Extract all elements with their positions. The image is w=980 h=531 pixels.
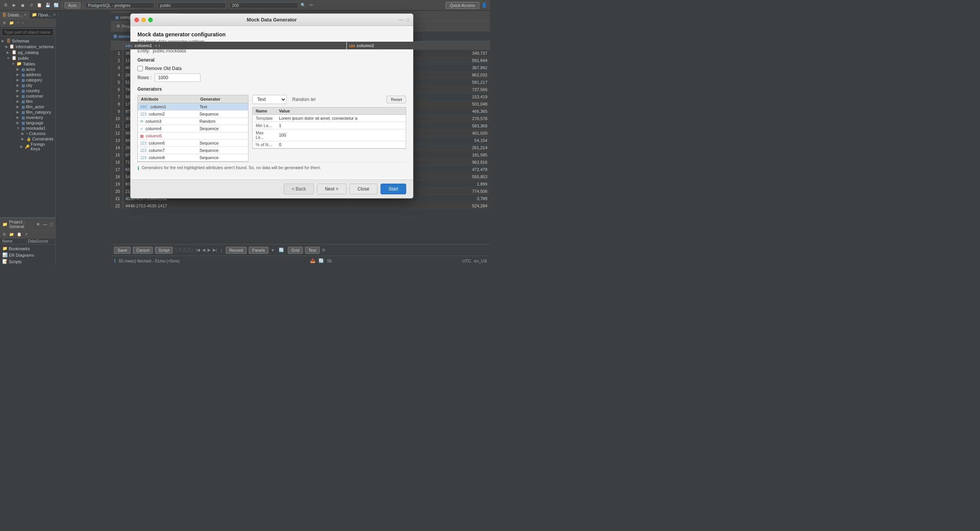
tree-item-columns[interactable]: ▶ • Columns — [0, 131, 55, 136]
toolbar-icon-2[interactable]: ▶ — [11, 2, 18, 9]
gen-table-row[interactable]: ▦ column5 — [138, 132, 248, 140]
tree-item-film-category[interactable]: ▶ ▦ film_category — [0, 109, 55, 115]
tree-item-film-actor[interactable]: ▶ ▦ film_actor — [0, 104, 55, 109]
info-text: Generators for the red highlighted attri… — [142, 165, 321, 170]
tree-item-city[interactable]: ▶ ▦ city — [0, 83, 55, 88]
panel-tab-database[interactable]: 🗄 Datab... ✕ — [0, 11, 29, 19]
modal-maximize-btn[interactable]: □ — [407, 17, 409, 23]
tree-item-customer[interactable]: ▶ ▦ customer — [0, 93, 55, 99]
nav-first-icon[interactable]: |◀ — [196, 248, 200, 252]
toolbar-icon-10[interactable]: 👤 — [481, 2, 488, 9]
start-button[interactable]: Start — [381, 184, 406, 194]
project-close-icon[interactable]: ✕ — [36, 222, 40, 227]
tree-item-pg-catalog[interactable]: ▶ 📋 pg_catalog — [0, 49, 55, 55]
status-refresh-icon[interactable]: 🔄 — [318, 258, 324, 263]
rows-input[interactable] — [155, 73, 201, 82]
panel-refresh-btn[interactable]: 📁 — [8, 20, 15, 25]
text-button[interactable]: Text — [305, 247, 320, 254]
toolbar-icon-8[interactable]: 🔍 — [300, 2, 307, 9]
panel-filter-btn[interactable]: ↑ — [16, 20, 20, 25]
back-button[interactable]: < Back — [284, 184, 314, 194]
tree-item-address[interactable]: ▶ ▦ address — [0, 72, 55, 77]
tree-item-actor[interactable]: ▶ ▦ actor — [0, 67, 55, 72]
cancel-button[interactable]: Cancel — [133, 247, 153, 254]
tree-item-info-schema[interactable]: ▶ 📋 information_schema — [0, 44, 55, 49]
col1-sort-icon[interactable]: ▼ ℹ — [154, 44, 160, 48]
grid-button[interactable]: Grid — [288, 247, 303, 254]
project-toolbar-settings[interactable]: ⚙ — [2, 232, 7, 237]
next-button[interactable]: Next > — [317, 184, 346, 194]
col-header-column1[interactable]: ABC column1 ▼ ℹ — [123, 42, 347, 50]
gen-table-row[interactable]: ⟳ column3 Random — [138, 118, 248, 125]
gen-reset-button[interactable]: Reset — [387, 96, 406, 103]
more-icon[interactable]: ⊞ — [322, 248, 325, 252]
toolbar-icon-5[interactable]: 📋 — [36, 2, 43, 9]
script-button[interactable]: Script — [155, 247, 173, 254]
tree-item-inventory[interactable]: ▶ ▦ inventory — [0, 115, 55, 120]
refresh-icon[interactable]: 🔄 — [279, 248, 284, 252]
nav-prev-icon[interactable]: ◀ — [202, 248, 205, 252]
toolbar-icon-3[interactable]: ⏹ — [19, 2, 26, 9]
traffic-light-minimize[interactable] — [141, 18, 146, 22]
panel-settings-btn[interactable]: ↕ — [21, 20, 25, 25]
close-tab-icon[interactable]: ✕ — [24, 13, 27, 17]
tree-item-film[interactable]: ▶ ▦ film — [0, 99, 55, 104]
nav-sep: | — [221, 248, 222, 252]
close-project-icon[interactable]: ✕ — [53, 13, 56, 17]
project-expand-icon[interactable]: □ — [50, 222, 53, 226]
project-toolbar-export[interactable]: ↗ — [23, 232, 29, 237]
project-item-scripts[interactable]: 📝 Scripts — [0, 258, 55, 265]
traffic-light-close[interactable] — [134, 18, 139, 22]
tree-item-mockada1[interactable]: ▼ ▦ mockada1 — [0, 125, 55, 131]
nav-last-icon[interactable]: ▶| — [213, 248, 217, 252]
row-num: 14 — [111, 144, 123, 151]
tree-item-public[interactable]: ▼ 📋 public — [0, 55, 55, 61]
tree-item-schemas[interactable]: ▶ 🗄 Schemas — [0, 38, 55, 44]
icon-film: ▦ — [21, 99, 25, 104]
close-button[interactable]: Close — [350, 184, 377, 194]
tree-filter-input[interactable] — [2, 28, 54, 36]
row-num: 11 — [111, 122, 123, 130]
gen-prop-name: % of N... — [253, 141, 276, 148]
panels-arrow-icon[interactable]: ▼ — [271, 248, 275, 252]
project-minimize-icon[interactable]: — — [43, 222, 47, 226]
panel-tab-project[interactable]: 📁 Прое... ✕ — [29, 11, 59, 19]
modal-minimize-btn[interactable]: — — [399, 17, 403, 23]
project-item-er-diagrams[interactable]: 📊 ER Diagrams — [0, 252, 55, 258]
gen-table-row[interactable]: ✓ column4 Sequence — [138, 125, 248, 132]
tree-item-language[interactable]: ▶ ▦ language — [0, 120, 55, 125]
gen-table-row[interactable]: ABC column1 Text — [138, 103, 248, 111]
record-button[interactable]: Record — [226, 247, 246, 254]
toolbar-icon-1[interactable]: ⚙ — [2, 2, 9, 9]
project-toolbar-copy[interactable]: 📋 — [16, 232, 23, 237]
gen-table-row[interactable]: 123 column2 Sequence — [138, 111, 248, 118]
save-button[interactable]: Save — [114, 247, 131, 254]
nav-next-icon[interactable]: ▶ — [207, 248, 211, 252]
gen-table-row[interactable]: 123 column6 Sequence — [138, 140, 248, 147]
toolbar-icon-6[interactable]: 💾 — [44, 2, 51, 9]
tree-item-category[interactable]: ▶ ▦ category — [0, 77, 55, 83]
row-limit-display[interactable]: 200 — [229, 2, 298, 8]
traffic-light-maximize[interactable] — [148, 18, 153, 22]
tree-item-foreign-keys[interactable]: ▶ 🔑 Foreign Keys — [0, 142, 55, 151]
project-toolbar-add[interactable]: 📁 — [8, 232, 15, 237]
gen-table-row[interactable]: 123 column8 Sequence — [138, 154, 248, 161]
quick-access-button[interactable]: Quick Access — [446, 2, 479, 9]
panel-new-btn[interactable]: ⚙ — [2, 20, 7, 25]
panels-button[interactable]: Panels — [249, 247, 269, 254]
gen-type-select[interactable]: Text Sequence Random — [252, 95, 287, 104]
toolbar-icon-7[interactable]: 🔄 — [53, 2, 60, 9]
toolbar-icon-4[interactable]: ↺ — [28, 2, 34, 9]
tree-item-constraints[interactable]: ▶ 🔒 Constraints — [0, 136, 55, 142]
tree-item-country[interactable]: ▶ ▦ country — [0, 88, 55, 93]
project-item-bookmarks[interactable]: 📁 Bookmarks — [0, 245, 55, 252]
table-row[interactable]: 22 4448-2753-4639-1417 524,284 — [111, 202, 490, 210]
gen-row-icon: 123 — [140, 156, 147, 160]
auto-commit-button[interactable]: Auto — [65, 2, 80, 8]
status-export-icon[interactable]: 📤 — [310, 258, 315, 263]
gen-table-row[interactable]: 123 column7 Sequence — [138, 147, 248, 154]
col-header-column2[interactable]: 123 column2 — [346, 42, 490, 50]
tree-item-tables[interactable]: ▼ 📁 Tables — [0, 61, 55, 67]
remove-old-data-checkbox[interactable] — [137, 66, 143, 71]
toolbar-icon-9[interactable]: ✏ — [308, 2, 315, 9]
